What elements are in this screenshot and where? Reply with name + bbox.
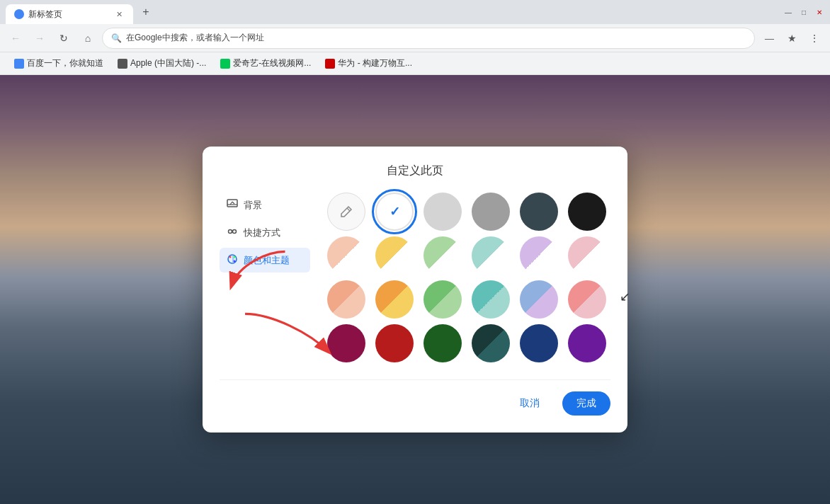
color-swatch-pink-light[interactable] (568, 236, 606, 275)
color-swatch-teal-mid[interactable] (472, 280, 510, 319)
color-swatch-orange-mid[interactable] (375, 280, 414, 319)
refresh-button[interactable]: ↻ (54, 28, 74, 48)
bookmark-baidu[interactable]: 百度一下，你就知道 (8, 55, 109, 72)
color-swatch-green-light[interactable] (423, 236, 462, 275)
svg-line-3 (232, 202, 234, 204)
bookmark-button[interactable]: ★ (782, 28, 802, 48)
color-swatch-purple-dark[interactable] (568, 324, 606, 362)
sidebar-item-shortcuts[interactable]: 快捷方式 (220, 220, 310, 245)
svg-point-4 (229, 230, 232, 234)
bookmark-iqiyi[interactable]: 爱奇艺-在线视频网... (215, 55, 317, 72)
nav-bar: ← → ↻ ⌂ 🔍 在Google中搜索，或者输入一个网址 ⸻ ★ ⋮ (0, 24, 830, 52)
svg-line-11 (347, 208, 350, 211)
color-swatch-teal-light[interactable] (472, 236, 510, 275)
colors-icon (227, 253, 238, 267)
tab-favicon (14, 9, 24, 19)
bookmark-baidu-label: 百度一下，你就知道 (27, 57, 103, 69)
modal-overlay: 自定义此页 背景 快捷方式 (0, 75, 830, 504)
address-text: 在Google中搜索，或者输入一个网址 (126, 32, 746, 44)
bookmark-huawei[interactable]: 华为 - 构建万物互... (319, 55, 418, 72)
color-swatch-dark-gray[interactable] (520, 193, 558, 231)
title-bar: 新标签页 ✕ + — □ ✕ (0, 0, 830, 24)
svg-point-5 (233, 230, 237, 234)
iqiyi-favicon (220, 59, 230, 69)
svg-point-8 (229, 256, 232, 258)
sidebar-background-label: 背景 (244, 199, 262, 212)
dialog-sidebar: 背景 快捷方式 颜色和主题 (220, 193, 319, 362)
tab-close-button[interactable]: ✕ (113, 8, 125, 20)
forward-button[interactable]: → (30, 28, 50, 48)
color-swatch-dark-blue[interactable] (520, 324, 558, 362)
bookmarks-bar: 百度一下，你就知道 Apple (中国大陆) -... 爱奇艺-在线视频网...… (0, 52, 830, 75)
sidebar-colors-label: 颜色和主题 (244, 254, 290, 267)
home-button[interactable]: ⌂ (78, 28, 98, 48)
color-grid: ✓ (327, 193, 610, 362)
browser-tab[interactable]: 新标签页 ✕ (6, 4, 133, 24)
color-swatch-burgundy[interactable] (327, 324, 365, 362)
customize-dialog: 自定义此页 背景 快捷方式 (203, 147, 627, 433)
page-area: Google 自定义此页 背景 快 (0, 75, 830, 504)
browser-frame: 新标签页 ✕ + — □ ✕ ← → ↻ ⌂ 🔍 在Google中搜索，或者输入… (0, 0, 830, 75)
sidebar-item-colors[interactable]: 颜色和主题 (220, 248, 310, 273)
color-swatch-red[interactable] (375, 324, 414, 362)
color-swatch-dark-teal[interactable] (472, 324, 510, 362)
color-swatch-rose-mid[interactable] (568, 280, 606, 319)
confirm-button[interactable]: 完成 (562, 391, 610, 416)
maximize-button[interactable]: □ (799, 7, 809, 17)
extensions-button[interactable]: ⸻ (759, 28, 779, 48)
search-icon: 🔍 (111, 33, 122, 43)
selected-check: ✓ (390, 204, 400, 219)
sidebar-item-background[interactable]: 背景 (220, 193, 310, 217)
cancel-button[interactable]: 取消 (506, 391, 554, 416)
bookmark-huawei-label: 华为 - 构建万物互... (338, 57, 412, 69)
color-swatch-gray[interactable] (472, 193, 510, 231)
dialog-title: 自定义此页 (220, 164, 610, 178)
svg-rect-0 (227, 200, 237, 207)
nav-right-buttons: ⸻ ★ ⋮ (759, 28, 824, 48)
svg-point-9 (234, 256, 236, 258)
bookmark-iqiyi-label: 爱奇艺-在线视频网... (233, 57, 311, 69)
svg-line-2 (230, 202, 232, 205)
bookmark-apple[interactable]: Apple (中国大陆) -... (112, 55, 212, 72)
sidebar-shortcuts-label: 快捷方式 (244, 227, 280, 239)
dialog-body: 背景 快捷方式 颜色和主题 (220, 193, 610, 362)
color-swatch-white[interactable]: ✓ (375, 193, 414, 231)
new-tab-button[interactable]: + (136, 2, 156, 22)
window-controls: — □ ✕ (783, 7, 824, 17)
svg-point-10 (234, 260, 236, 263)
apple-favicon (118, 59, 127, 69)
color-swatch-blue-mid[interactable] (520, 280, 558, 319)
close-button[interactable]: ✕ (814, 7, 824, 17)
color-swatch-black[interactable] (568, 193, 606, 231)
menu-button[interactable]: ⋮ (805, 28, 824, 48)
background-icon (227, 198, 238, 212)
shortcuts-icon (227, 226, 238, 239)
address-bar[interactable]: 🔍 在Google中搜索，或者输入一个网址 (102, 28, 755, 49)
back-button[interactable]: ← (6, 28, 25, 48)
baidu-favicon (14, 59, 24, 69)
color-swatch-custom[interactable] (327, 193, 365, 231)
minimize-button[interactable]: — (783, 7, 793, 17)
color-swatch-purple-light[interactable] (520, 236, 558, 275)
color-swatch-light-gray[interactable] (423, 193, 462, 231)
tab-title: 新标签页 (28, 8, 109, 21)
bookmark-apple-label: Apple (中国大陆) -... (130, 57, 206, 69)
color-swatch-peach-light[interactable] (327, 236, 365, 275)
color-swatch-green-mid[interactable] (423, 280, 462, 319)
huawei-favicon (325, 59, 335, 69)
color-swatch-dark-green[interactable] (423, 324, 462, 362)
color-swatch-peach-mid[interactable] (327, 280, 365, 319)
color-swatch-yellow-light[interactable] (375, 236, 414, 275)
dialog-content: ✓ (319, 193, 610, 362)
dialog-footer: 取消 完成 (220, 379, 610, 416)
